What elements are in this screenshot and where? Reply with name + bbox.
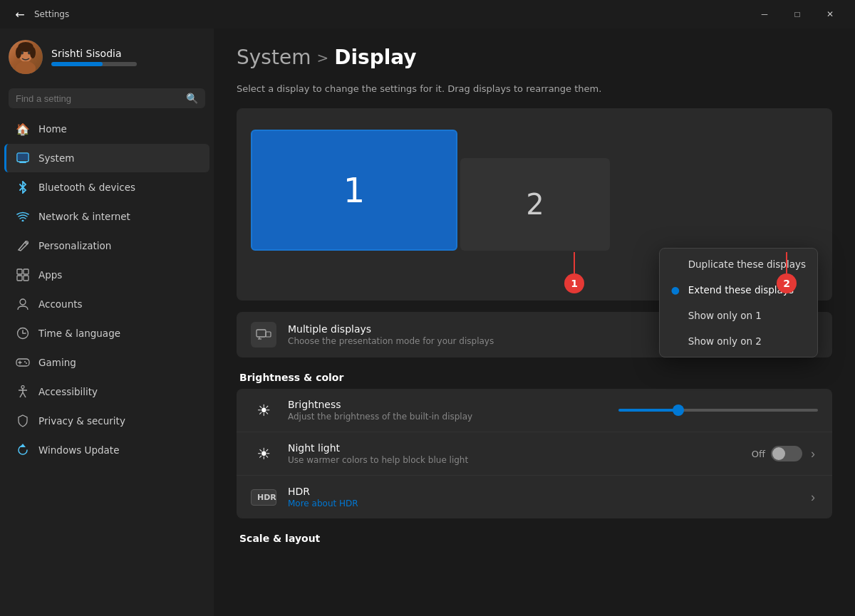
night-light-chevron[interactable]: ›	[808, 444, 818, 464]
close-button[interactable]: ✕	[814, 3, 846, 26]
sidebar-item-personalization[interactable]: Personalization	[4, 231, 209, 260]
brightness-desc: Adjust the brightness of the built-in di…	[288, 412, 607, 422]
brightness-slider[interactable]	[618, 409, 818, 412]
search-input[interactable]	[16, 93, 180, 104]
network-icon	[16, 209, 30, 224]
main-content: System > Display Select a display to cha…	[214, 28, 855, 616]
svg-line-24	[20, 392, 23, 397]
sidebar-item-accounts[interactable]: Accounts	[4, 290, 209, 318]
brightness-slider-wrap	[618, 409, 818, 412]
sidebar-item-label-system: System	[38, 152, 74, 164]
dropdown-item-only2[interactable]: Show only on 2	[660, 328, 817, 354]
hdr-link[interactable]: More about HDR	[288, 498, 797, 508]
sidebar-item-privacy[interactable]: Privacy & security	[4, 407, 209, 435]
night-light-desc: Use warmer colors to help block blue lig…	[288, 455, 740, 465]
sidebar-item-system[interactable]: System	[4, 144, 209, 172]
svg-rect-15	[24, 276, 28, 281]
back-button[interactable]: ←	[9, 3, 31, 26]
hdr-chevron[interactable]: ›	[808, 487, 818, 508]
identify-row-wrapper: Identify Duplicate these displays ● Exte…	[251, 262, 818, 286]
breadcrumb-current: Display	[334, 46, 416, 69]
sidebar-item-apps[interactable]: Apps	[4, 261, 209, 289]
sidebar-item-time[interactable]: Time & language	[4, 319, 209, 348]
toggle-thumb	[772, 447, 785, 460]
maximize-button[interactable]: □	[781, 3, 814, 26]
window-controls: ─ □ ✕	[748, 3, 846, 26]
personalization-icon	[16, 239, 30, 253]
sidebar-item-update[interactable]: Windows Update	[4, 436, 209, 464]
multiple-displays-icon	[251, 322, 276, 348]
hdr-row[interactable]: HDR HDR More about HDR ›	[237, 476, 832, 518]
night-light-icon: ☀	[251, 445, 276, 463]
display-monitors: 1 2	[251, 122, 818, 251]
dropdown-item-duplicate[interactable]: Duplicate these displays	[660, 251, 817, 277]
svg-line-25	[23, 392, 26, 397]
sidebar-item-label-privacy: Privacy & security	[38, 415, 125, 427]
dropdown-label-only2: Show only on 2	[688, 335, 762, 347]
breadcrumb: System > Display	[237, 46, 832, 69]
dropdown-item-only1[interactable]: Show only on 1	[660, 303, 817, 328]
svg-rect-12	[17, 269, 22, 274]
night-light-text: Night light Use warmer colors to help bl…	[288, 442, 740, 465]
night-light-state: Off	[752, 449, 765, 459]
sidebar-item-label-accessibility: Accessibility	[38, 386, 98, 397]
sidebar-item-bluetooth[interactable]: Bluetooth & devices	[4, 173, 209, 202]
brightness-icon: ☀	[251, 402, 276, 419]
hdr-badge: HDR	[251, 489, 276, 506]
hdr-text: HDR More about HDR	[288, 486, 797, 508]
system-icon	[16, 151, 30, 165]
gaming-icon	[16, 355, 30, 370]
brightness-row: ☀ Brightness Adjust the brightness of th…	[237, 389, 832, 432]
user-profile[interactable]: Srishti Sisodia	[0, 28, 214, 85]
titlebar: ← Settings ─ □ ✕	[0, 0, 855, 28]
brightness-thumb[interactable]	[673, 404, 684, 416]
user-storage-fill	[51, 62, 103, 66]
monitor-2[interactable]: 2	[460, 158, 610, 251]
sidebar-item-gaming[interactable]: Gaming	[4, 348, 209, 377]
svg-rect-28	[266, 332, 271, 337]
sidebar-nav: 🏠 Home System B	[0, 114, 214, 465]
sidebar-item-network[interactable]: Network & internet	[4, 202, 209, 231]
scale-section-header: Scale & layout	[237, 533, 832, 544]
display-mode-dropdown: Duplicate these displays ● Extend these …	[659, 248, 818, 357]
user-info: Srishti Sisodia	[51, 48, 205, 66]
search-box[interactable]: 🔍	[9, 88, 205, 108]
dropdown-label-duplicate: Duplicate these displays	[688, 259, 806, 270]
svg-point-6	[30, 47, 36, 58]
apps-icon	[16, 268, 30, 282]
minimize-button[interactable]: ─	[748, 3, 781, 26]
sidebar: Srishti Sisodia 🔍 🏠 Home	[0, 28, 214, 616]
sidebar-item-label-personalization: Personalization	[38, 240, 111, 251]
svg-point-20	[26, 362, 27, 364]
home-icon: 🏠	[16, 122, 30, 136]
hdr-title: HDR	[288, 486, 797, 497]
svg-rect-13	[24, 269, 28, 274]
dropdown-item-extend[interactable]: ● Extend these displays	[660, 277, 817, 303]
dropdown-check-only1	[671, 310, 683, 321]
time-icon	[16, 326, 30, 340]
svg-rect-27	[256, 330, 266, 337]
night-light-row[interactable]: ☀ Night light Use warmer colors to help …	[237, 432, 832, 476]
brightness-section-header: Brightness & color	[237, 372, 832, 383]
svg-point-16	[20, 299, 26, 305]
dropdown-label-extend: Extend these displays	[688, 284, 794, 296]
dropdown-check-duplicate	[671, 259, 683, 270]
search-icon: 🔍	[186, 93, 198, 104]
sidebar-item-label-apps: Apps	[38, 269, 62, 281]
night-light-toggle[interactable]: Off	[752, 446, 802, 461]
avatar-image	[9, 40, 43, 74]
update-icon	[16, 443, 30, 457]
monitor-1[interactable]: 1	[251, 130, 457, 251]
svg-marker-26	[20, 444, 26, 447]
display-section: 1 2 Identify Duplicate these displays ●	[237, 108, 832, 301]
dropdown-check-extend: ●	[671, 284, 683, 296]
night-light-title: Night light	[288, 442, 740, 454]
toggle-track[interactable]	[771, 446, 802, 461]
breadcrumb-parent[interactable]: System	[237, 46, 311, 69]
page-description: Select a display to change the settings …	[237, 83, 832, 94]
sidebar-item-home[interactable]: 🏠 Home	[4, 115, 209, 143]
user-name: Srishti Sisodia	[51, 48, 205, 59]
app-title: Settings	[31, 9, 748, 19]
svg-rect-14	[17, 276, 22, 281]
sidebar-item-accessibility[interactable]: Accessibility	[4, 377, 209, 406]
